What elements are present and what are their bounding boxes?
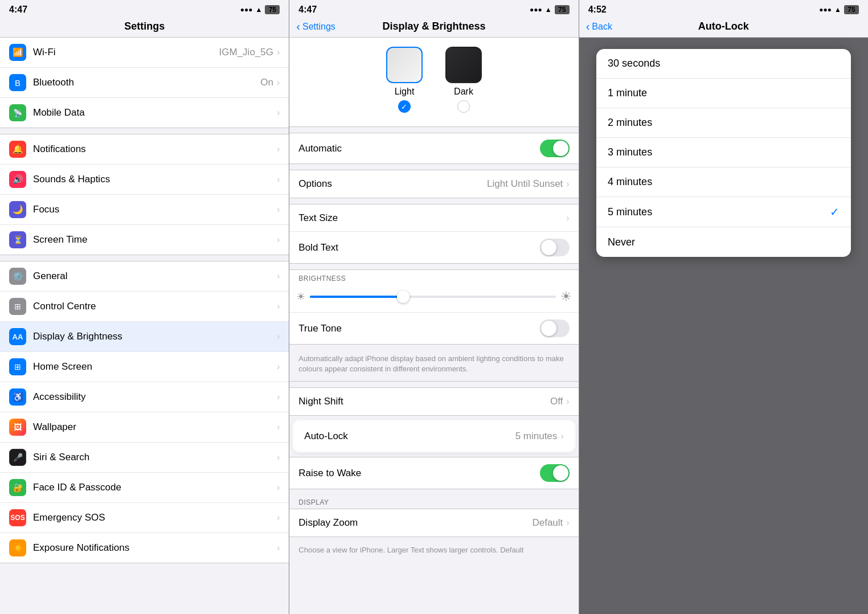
faceid-chevron: › bbox=[277, 482, 280, 493]
autolock-option-3m[interactable]: 3 minutes bbox=[596, 138, 850, 167]
display-zoom-value: Default bbox=[532, 517, 563, 529]
settings-row-display[interactable]: AA Display & Brightness › bbox=[0, 322, 289, 352]
true-tone-row[interactable]: True Tone bbox=[289, 312, 578, 344]
automatic-row: Automatic bbox=[289, 133, 578, 164]
autolock-label-never: Never bbox=[608, 236, 839, 248]
settings-row-notifications[interactable]: 🔔 Notifications › bbox=[0, 134, 289, 165]
wifi-row-icon: 📶 bbox=[9, 44, 26, 61]
siri-chevron: › bbox=[277, 452, 280, 462]
panel-settings: 4:47 ●●● ▲ 75 Settings 📶 Wi-Fi IGM_Jio_5… bbox=[0, 0, 289, 614]
back-button-p2[interactable]: ‹ Settings bbox=[296, 20, 335, 33]
auto-lock-card: 30 seconds 1 minute 2 minutes 3 minutes … bbox=[596, 49, 850, 257]
wallpaper-label: Wallpaper bbox=[33, 421, 277, 433]
display-zoom-row[interactable]: Display Zoom Default › bbox=[289, 509, 578, 537]
settings-group-network: 📶 Wi-Fi IGM_Jio_5G › B Bluetooth On › 📡 … bbox=[0, 37, 289, 128]
settings-row-siri[interactable]: 🎤 Siri & Search › bbox=[0, 443, 289, 473]
bold-text-toggle[interactable] bbox=[540, 239, 570, 256]
options-group: Options Light Until Sunset › bbox=[289, 170, 578, 198]
home-label: Home Screen bbox=[33, 361, 277, 373]
status-time-p2: 4:47 bbox=[298, 5, 317, 15]
true-tone-label: True Tone bbox=[298, 323, 539, 334]
settings-row-wifi[interactable]: 📶 Wi-Fi IGM_Jio_5G › bbox=[0, 38, 289, 68]
autolock-option-2m[interactable]: 2 minutes bbox=[596, 108, 850, 138]
dark-preview bbox=[445, 47, 482, 83]
faceid-row-icon: 🔐 bbox=[9, 479, 26, 496]
raise-to-wake-group: Raise to Wake bbox=[289, 457, 578, 489]
settings-row-screentime[interactable]: ⏳ Screen Time › bbox=[0, 225, 289, 255]
status-bar-p2: 4:47 ●●● ▲ 75 bbox=[289, 0, 578, 17]
settings-row-wallpaper[interactable]: 🖼 Wallpaper › bbox=[0, 412, 289, 443]
dark-uncheck-icon bbox=[457, 100, 470, 113]
bold-text-label: Bold Text bbox=[298, 242, 539, 253]
true-tone-toggle[interactable] bbox=[540, 320, 570, 337]
access-chevron: › bbox=[277, 392, 280, 402]
autolock-option-4m[interactable]: 4 minutes bbox=[596, 167, 850, 197]
back-button-p3[interactable]: ‹ Back bbox=[586, 20, 612, 33]
back-chevron-p3: ‹ bbox=[586, 20, 590, 33]
autolock-option-5m[interactable]: 5 minutes ✓ bbox=[596, 197, 850, 227]
bold-text-row[interactable]: Bold Text bbox=[289, 232, 578, 263]
autolock-option-30s[interactable]: 30 seconds bbox=[596, 49, 850, 79]
raise-to-wake-row[interactable]: Raise to Wake bbox=[289, 457, 578, 489]
options-row[interactable]: Options Light Until Sunset › bbox=[289, 170, 578, 198]
settings-row-exposure[interactable]: ☀️ Exposure Notifications › bbox=[0, 533, 289, 563]
siri-row-icon: 🎤 bbox=[9, 449, 26, 466]
brightness-track[interactable] bbox=[310, 296, 555, 298]
settings-row-focus[interactable]: 🌙 Focus › bbox=[0, 195, 289, 225]
autolock-check-icon-5m: ✓ bbox=[830, 205, 840, 219]
automatic-toggle[interactable] bbox=[540, 140, 570, 157]
mobile-row-icon: 📡 bbox=[9, 104, 26, 121]
night-shift-label: Night Shift bbox=[298, 396, 550, 407]
wifi-icon-p3: ▲ bbox=[834, 6, 841, 14]
faceid-label: Face ID & Passcode bbox=[33, 482, 277, 493]
page-title-p1: Settings bbox=[124, 21, 165, 32]
bt-value: On bbox=[260, 77, 273, 88]
sos-chevron: › bbox=[277, 513, 280, 523]
auto-lock-inner[interactable]: Auto-Lock 5 minutes › bbox=[295, 423, 572, 450]
control-row-icon: ⊞ bbox=[9, 298, 26, 315]
autolock-option-never[interactable]: Never bbox=[596, 227, 850, 257]
display-chevron: › bbox=[277, 331, 280, 342]
true-tone-description: Automatically adapt iPhone display based… bbox=[289, 350, 578, 382]
settings-row-mobiledata[interactable]: 📡 Mobile Data › bbox=[0, 98, 289, 128]
focus-label: Focus bbox=[33, 204, 277, 215]
settings-list: 📶 Wi-Fi IGM_Jio_5G › B Bluetooth On › 📡 … bbox=[0, 37, 289, 614]
settings-row-sounds[interactable]: 🔊 Sounds & Haptics › bbox=[0, 165, 289, 195]
settings-row-bluetooth[interactable]: B Bluetooth On › bbox=[0, 68, 289, 98]
appearance-dark-item[interactable]: Dark bbox=[445, 47, 482, 113]
sounds-row-icon: 🔊 bbox=[9, 171, 26, 188]
settings-row-accessibility[interactable]: ♿ Accessibility › bbox=[0, 382, 289, 412]
brightness-fill bbox=[310, 296, 403, 298]
autolock-option-1m[interactable]: 1 minute bbox=[596, 79, 850, 108]
settings-row-sos[interactable]: SOS Emergency SOS › bbox=[0, 503, 289, 533]
text-size-label: Text Size bbox=[298, 212, 566, 224]
auto-lock-content: 30 seconds 1 minute 2 minutes 3 minutes … bbox=[579, 38, 868, 614]
status-icons-p2: ●●● ▲ 75 bbox=[530, 5, 570, 14]
wifi-icon: ▲ bbox=[255, 6, 262, 14]
access-row-icon: ♿ bbox=[9, 388, 26, 406]
night-shift-group: Night Shift Off › bbox=[289, 387, 578, 416]
settings-row-general[interactable]: ⚙️ General › bbox=[0, 261, 289, 292]
settings-row-control[interactable]: ⊞ Control Centre › bbox=[0, 292, 289, 322]
text-size-row[interactable]: Text Size › bbox=[289, 204, 578, 232]
signal-icon-p3: ●●● bbox=[819, 6, 832, 14]
status-time-p3: 4:52 bbox=[588, 5, 607, 15]
raise-to-wake-toggle[interactable] bbox=[540, 464, 570, 482]
text-group: Text Size › Bold Text bbox=[289, 204, 578, 264]
appearance-light-item[interactable]: Light ✓ bbox=[386, 47, 423, 113]
auto-lock-highlighted-row[interactable]: Auto-Lock 5 minutes › bbox=[294, 421, 574, 451]
display-section-label: DISPLAY bbox=[289, 495, 578, 509]
settings-row-faceid[interactable]: 🔐 Face ID & Passcode › bbox=[0, 473, 289, 503]
status-icons-p3: ●●● ▲ 75 bbox=[819, 5, 859, 14]
wifi-value: IGM_Jio_5G bbox=[219, 47, 273, 58]
sun-small-icon: ☀ bbox=[296, 290, 305, 303]
screentime-label: Screen Time bbox=[33, 234, 277, 245]
sos-label: Emergency SOS bbox=[33, 512, 277, 523]
display-zoom-group: Display Zoom Default › bbox=[289, 509, 578, 537]
focus-row-icon: 🌙 bbox=[9, 201, 26, 218]
settings-row-home[interactable]: ⊞ Home Screen › bbox=[0, 352, 289, 382]
night-shift-row[interactable]: Night Shift Off › bbox=[289, 388, 578, 415]
status-bar-p3: 4:52 ●●● ▲ 75 bbox=[579, 0, 868, 17]
auto-lock-label: Auto-Lock bbox=[304, 431, 515, 442]
display-zoom-chevron: › bbox=[566, 518, 569, 528]
